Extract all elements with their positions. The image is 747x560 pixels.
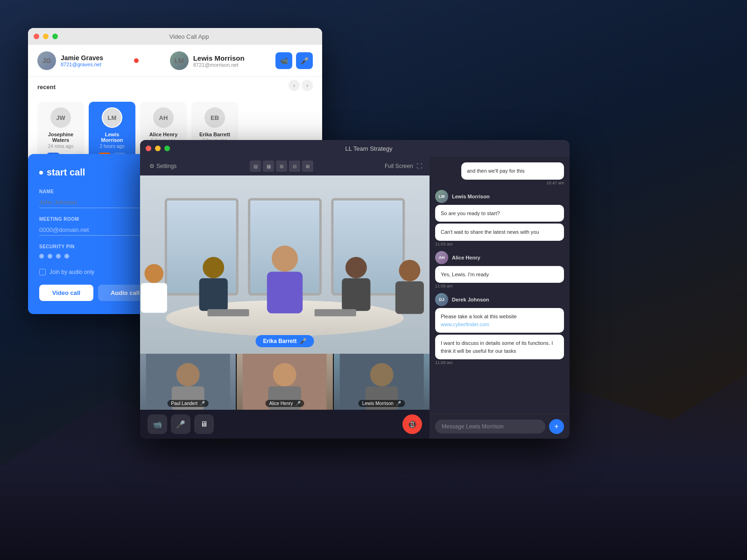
josephine-name: Josephine Waters: [42, 132, 79, 143]
fullscreen-label: Full Screen: [385, 163, 413, 169]
chat-messages-list: and then we'll pay for this 10:47 am LM …: [430, 157, 570, 414]
fullscreen-icon: ⛶: [416, 163, 422, 169]
alice-messages: AH Alice Henry Yes, Lewis. I'm ready 11:…: [435, 251, 564, 289]
alice-name: Alice Henry: [145, 132, 182, 137]
contact-name: Lewis Morrison: [193, 54, 245, 62]
audio-only-checkbox[interactable]: [39, 269, 46, 275]
svg-point-8: [272, 245, 298, 272]
svg-point-10: [203, 257, 224, 278]
thumbnail-paul: Paul Landert 🎤: [140, 354, 236, 410]
alice-mic-icon: 🎤: [295, 401, 301, 406]
svg-point-21: [176, 363, 200, 386]
alice-time-1: 11:09 am: [435, 284, 564, 288]
next-button[interactable]: ›: [302, 80, 313, 91]
team-chat-panel: and then we'll pay for this 10:47 am LM …: [430, 157, 570, 439]
video-toggle-button[interactable]: 📹: [148, 414, 167, 434]
pin-dot-1: [39, 254, 44, 259]
settings-button[interactable]: ⚙ Settings: [148, 161, 178, 171]
alice-sender: AH Alice Henry: [435, 251, 564, 264]
derek-msg-avatar: DJ: [435, 293, 448, 306]
w2-fullscreen-dot[interactable]: [164, 146, 170, 151]
current-user-email: 8721@graves.net: [61, 62, 103, 67]
audio-only-label: Join by audio only: [49, 269, 94, 275]
start-call-dot: [39, 171, 43, 175]
paul-mic-icon: 🎤: [199, 401, 205, 406]
fullscreen-button[interactable]: Full Screen ⛶: [385, 163, 422, 169]
lewis-msg-name: Lewis Morrison: [452, 194, 490, 199]
window1-titlebar: Video Call App: [28, 28, 322, 45]
microphone-button[interactable]: 🎤: [296, 52, 313, 69]
window2-titlebar: LL Team Strategy: [140, 140, 570, 157]
conference-svg: [140, 175, 430, 354]
recent-nav-buttons: ‹ ›: [289, 80, 313, 91]
microphone-icon: 🎤: [300, 338, 307, 344]
room-label: MEETING ROOM: [39, 217, 152, 222]
alice-msg-name: Alice Henry: [452, 255, 480, 260]
video-call-submit-button[interactable]: Video call: [39, 285, 93, 301]
room-select[interactable]: 0000@domain.net ▾: [39, 224, 152, 236]
audio-only-option: Join by audio only: [39, 269, 152, 275]
contact-email: 8721@morrison.net: [193, 62, 245, 68]
close-dot[interactable]: [34, 34, 39, 39]
lewis-bubble-1: So are you ready to start?: [435, 205, 564, 222]
end-call-button[interactable]: 📵: [402, 414, 422, 434]
alice-msg-avatar: AH: [435, 251, 448, 264]
video-call-button[interactable]: 📹: [275, 52, 292, 69]
svg-rect-15: [342, 278, 370, 311]
fullscreen-dot[interactable]: [52, 34, 58, 39]
svg-rect-19: [315, 309, 356, 316]
svg-point-12: [144, 264, 163, 283]
self-bubble-1: and then we'll pay for this: [461, 162, 564, 180]
erika-avatar: EB: [204, 107, 225, 128]
recording-indicator: [134, 58, 139, 63]
erika-name: Erika Barrett: [196, 132, 233, 137]
video-area: ⚙ Settings ▤ ▦ ⊞ ⊟ ⊠ Full Screen ⛶: [140, 157, 430, 439]
contact-details: Lewis Morrison 8721@morrison.net: [193, 54, 245, 68]
svg-rect-9: [267, 272, 303, 313]
chat-input-bar: +: [430, 414, 570, 439]
prev-button[interactable]: ‹: [289, 80, 300, 91]
svg-point-27: [370, 363, 393, 386]
current-user-name: Jamie Graves: [61, 54, 103, 62]
thumbnail-alice: Alice Henry 🎤: [237, 354, 332, 410]
cyberfinder-link[interactable]: www.cyberfinder.com: [441, 322, 489, 327]
alice-avatar: AH: [153, 107, 174, 128]
name-input[interactable]: [39, 197, 152, 208]
pin-dot-4: [64, 254, 69, 259]
window1-title: Video Call App: [62, 33, 317, 40]
layout-btn-3[interactable]: ⊞: [276, 161, 287, 172]
media-control-buttons: 📹 🎤 🖥: [148, 414, 214, 434]
layout-btn-1[interactable]: ▤: [250, 161, 261, 172]
pin-dots[interactable]: [39, 252, 152, 260]
layout-btn-2[interactable]: ▦: [263, 161, 274, 172]
current-user-info: JG Jamie Graves 8721@graves.net: [37, 51, 103, 70]
gear-icon: ⚙: [149, 163, 155, 169]
lewis-messages: LM Lewis Morrison So are you ready to st…: [435, 190, 564, 246]
self-time-1: 10:47 am: [435, 181, 564, 185]
chat-message-input[interactable]: [435, 420, 545, 434]
contact-initials: LM: [175, 57, 184, 64]
send-message-button[interactable]: +: [549, 419, 564, 434]
contact-info-section: LM Lewis Morrison 8721@morrison.net: [170, 51, 245, 70]
svg-point-16: [399, 260, 420, 281]
layout-btn-5[interactable]: ⊠: [302, 161, 313, 172]
name-form-group: NAME: [39, 189, 152, 208]
screen-share-button[interactable]: 🖥: [194, 414, 214, 434]
room-placeholder: 0000@domain.net: [39, 226, 89, 233]
svg-point-24: [273, 363, 296, 386]
name-label: NAME: [39, 189, 152, 194]
call-type-buttons: Video call Audio call: [39, 285, 152, 301]
layout-btn-4[interactable]: ⊟: [289, 161, 300, 172]
svg-rect-17: [395, 281, 424, 314]
w2-close-dot[interactable]: [146, 146, 151, 151]
window2-body: ⚙ Settings ▤ ▦ ⊞ ⊟ ⊠ Full Screen ⛶: [140, 157, 570, 439]
conference-room-image: [140, 175, 430, 354]
derek-msg-name: Derek Johnson: [452, 297, 489, 302]
video-toolbar: ⚙ Settings ▤ ▦ ⊞ ⊟ ⊠ Full Screen ⛶: [140, 157, 430, 175]
minimize-dot[interactable]: [43, 34, 49, 39]
paul-label: Paul Landert 🎤: [167, 400, 209, 407]
lewis-time: 2 hours ago: [93, 144, 131, 149]
w2-minimize-dot[interactable]: [155, 146, 161, 151]
mic-toggle-button[interactable]: 🎤: [171, 414, 190, 434]
lewis-sender: LM Lewis Morrison: [435, 190, 564, 203]
